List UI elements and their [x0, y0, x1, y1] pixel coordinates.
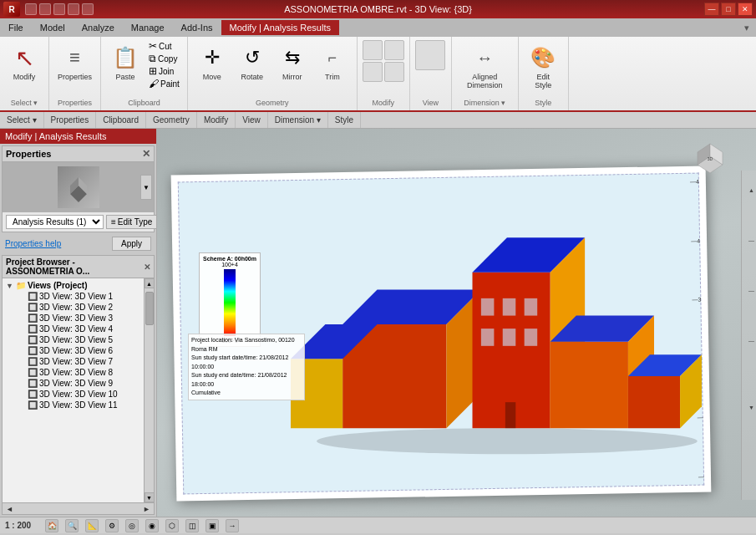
bottom-geometry[interactable]: Geometry [146, 112, 197, 128]
project-browser-body: ▼ 📁 Views (Project) 🔲 3D View: 3D View 1… [3, 278, 154, 502]
status-arrow-icon[interactable]: → [226, 519, 239, 532]
pb-prev-button[interactable]: ◄ [6, 505, 13, 513]
menu-file[interactable]: File [0, 20, 32, 35]
tree-item-view2[interactable]: 🔲 3D View: 3D View 2 [4, 302, 142, 313]
properties-ribbon-button[interactable]: ≡ Properties [54, 40, 95, 84]
tree-label-view3: 3D View: 3D View 3 [39, 313, 113, 323]
clipboard-buttons: 📋 Paste ✂ Cut ⧉ Copy ⊞ Join [106, 40, 182, 89]
pb-next-button[interactable]: ► [143, 505, 150, 513]
trim-button[interactable]: ⌐ Trim [313, 40, 352, 84]
bottom-style[interactable]: Style [328, 112, 361, 128]
status-dot-icon[interactable]: ◉ [145, 519, 159, 532]
scale-button[interactable] [384, 62, 404, 82]
modify-button[interactable]: ↖ Modify [5, 40, 43, 84]
tree-item-view10[interactable]: 🔲 3D View: 3D View 10 [4, 389, 142, 400]
status-square-icon[interactable]: ▣ [205, 519, 219, 532]
ribbon-group-clipboard: 📋 Paste ✂ Cut ⧉ Copy ⊞ Join [101, 37, 188, 110]
legend-title: Scheme A: 00h00m [203, 256, 256, 262]
tree-label-view11: 3D View: 3D View 11 [39, 400, 118, 410]
navigation-cube[interactable]: 3D [689, 135, 731, 177]
edit-style-button[interactable]: 🎨 EditStyle [524, 40, 562, 92]
copy-button[interactable]: ⧉ Copy [146, 53, 182, 64]
properties-close-button[interactable]: ✕ [142, 148, 150, 160]
status-grid-icon[interactable]: ◫ [185, 519, 199, 532]
split-button[interactable] [363, 40, 383, 60]
array-button[interactable] [363, 62, 383, 82]
quick-btn-4[interactable] [68, 3, 79, 15]
mirror-label: Mirror [282, 74, 302, 82]
tree-label-view6: 3D View: 3D View 6 [39, 346, 113, 355]
paint-button[interactable]: 🖌 Paint [146, 78, 182, 89]
project-browser-close-button[interactable]: ✕ [144, 262, 150, 272]
minimize-button[interactable]: — [704, 3, 719, 16]
project-browser-tree: ▼ 📁 Views (Project) 🔲 3D View: 3D View 1… [3, 278, 144, 502]
quick-btn-2[interactable] [39, 3, 51, 15]
quick-btn-3[interactable] [53, 3, 65, 15]
tree-label-view4: 3D View: 3D View 4 [39, 324, 113, 334]
tree-item-view11[interactable]: 🔲 3D View: 3D View 11 [4, 400, 142, 410]
scroll-down-arrow[interactable]: ▼ [145, 492, 155, 502]
join-button[interactable]: ⊞ Join [146, 65, 182, 77]
bottom-clipboard[interactable]: Clipboard [96, 112, 146, 128]
menu-modify-analysis[interactable]: Modify | Analysis Results [221, 20, 339, 35]
mirror-button[interactable]: ⇆ Mirror [273, 40, 312, 84]
status-zoom-icon[interactable]: 🔍 [65, 519, 79, 532]
tree-item-view6[interactable]: 🔲 3D View: 3D View 6 [4, 345, 142, 356]
status-hex-icon[interactable]: ⬡ [165, 519, 179, 532]
aligned-dimension-icon: ↔ [469, 42, 500, 74]
scroll-up-arrow[interactable]: ▲ [145, 278, 155, 288]
quick-btn-1[interactable] [25, 3, 37, 15]
bottom-properties[interactable]: Properties [44, 112, 97, 128]
menu-model[interactable]: Model [32, 20, 74, 35]
status-home-icon[interactable]: 🏠 [45, 519, 58, 532]
info-line-1: Project location: Via Sansostimo, 00120 … [191, 336, 302, 354]
properties-thumbnail [58, 166, 99, 208]
tree-item-views[interactable]: ▼ 📁 Views (Project) [4, 280, 142, 291]
edit-type-button[interactable]: ≡ Edit Type [106, 215, 157, 229]
maximize-button[interactable]: □ [721, 3, 736, 16]
paste-label: Paste [116, 74, 135, 82]
bottom-modify[interactable]: Modify [197, 112, 236, 128]
tree-item-view7[interactable]: 🔲 3D View: 3D View 7 [4, 356, 142, 367]
move-button[interactable]: ✛ Move [193, 40, 231, 84]
status-measure-icon[interactable]: 📐 [85, 519, 99, 532]
properties-help-link[interactable]: Properties help [5, 239, 61, 248]
tree-item-view3[interactable]: 🔲 3D View: 3D View 3 [4, 313, 142, 324]
tree-item-view4[interactable]: 🔲 3D View: 3D View 4 [4, 324, 142, 334]
tree-icon-view10: 🔲 [28, 390, 38, 399]
cut-button[interactable]: ✂ Cut [146, 40, 182, 52]
view-button[interactable] [415, 40, 445, 70]
aligned-dimension-button[interactable]: ↔ AlignedDimension [464, 40, 506, 92]
rotate-button[interactable]: ↺ Rotate [233, 40, 271, 84]
tree-item-view1[interactable]: 🔲 3D View: 3D View 1 [4, 291, 142, 302]
properties-footer: Properties help Apply [0, 234, 156, 253]
properties-scroll-button[interactable]: ▼ [140, 175, 152, 200]
offset-button[interactable] [384, 40, 404, 60]
ribbon-content: ↖ Modify Select ▾ ≡ Properties Propertie… [0, 37, 756, 110]
status-settings-icon[interactable]: ⚙ [105, 519, 119, 532]
cut-icon: ✂ [149, 41, 157, 51]
ribbon-group-geometry: ✛ Move ↺ Rotate ⇆ Mirror ⌐ Trim Geometry [188, 37, 358, 110]
tree-item-view9[interactable]: 🔲 3D View: 3D View 9 [4, 378, 142, 389]
quick-btn-5[interactable] [82, 3, 94, 15]
menu-addins[interactable]: Add-Ins [173, 20, 221, 35]
project-browser-scrollbar[interactable]: ▲ ▼ [144, 278, 154, 502]
tree-item-view8[interactable]: 🔲 3D View: 3D View 8 [4, 367, 142, 378]
menu-analyze[interactable]: Analyze [74, 20, 123, 35]
status-circle-icon[interactable]: ◎ [125, 519, 139, 532]
tree-icon-view7: 🔲 [28, 357, 38, 366]
bottom-dimension[interactable]: Dimension ▾ [268, 112, 328, 128]
building-front-low [551, 342, 628, 429]
paste-button[interactable]: 📋 Paste [106, 40, 145, 84]
viewport[interactable]: —4 —4 —3 —3 — — [157, 129, 756, 517]
select-group-label: Select ▾ [11, 97, 38, 107]
bottom-view[interactable]: View [236, 112, 268, 128]
apply-button[interactable]: Apply [112, 237, 151, 251]
bottom-select[interactable]: Select ▾ [0, 112, 44, 128]
close-button[interactable]: ✕ [738, 3, 753, 16]
scroll-thumb[interactable] [145, 292, 154, 325]
menu-extra[interactable]: ▾ [738, 23, 756, 33]
menu-manage[interactable]: Manage [123, 20, 173, 35]
properties-type-dropdown[interactable]: Analysis Results (1) [6, 215, 104, 229]
tree-item-view5[interactable]: 🔲 3D View: 3D View 5 [4, 334, 142, 345]
